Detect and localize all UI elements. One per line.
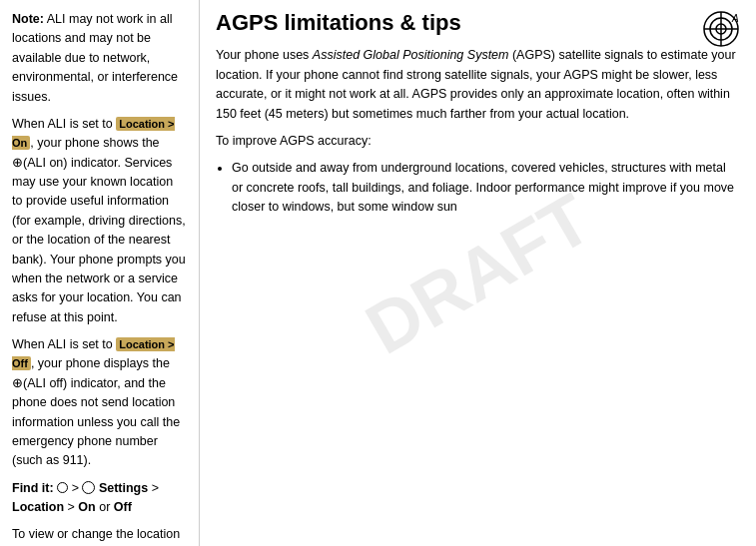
find-it-on: On (78, 500, 95, 514)
view-change-paragraph: To view or change the location transmiss… (12, 525, 187, 546)
agps-icon: A (702, 10, 740, 48)
find-it-settings-label: Settings (99, 481, 148, 495)
bullet-item-1: Go outside and away from underground loc… (232, 159, 740, 217)
ali-on-paragraph: When ALI is set to Location > On, your p… (12, 115, 187, 327)
find-it-arrow1: > (72, 481, 83, 495)
ali-on-icon: ⊕ (12, 156, 23, 170)
agps-intro-para: Your phone uses Assisted Global Position… (216, 46, 740, 124)
note-label: Note: (12, 12, 44, 26)
ali-off-paragraph: When ALI is set to Location > Off, your … (12, 335, 187, 471)
para3-text: To view or change the location transmiss… (12, 527, 180, 546)
find-it-settings-icon (82, 481, 95, 494)
ali-off-icon: ⊕ (12, 376, 23, 390)
ali-on-start: When ALI is set to (12, 117, 116, 131)
ali-off-start: When ALI is set to (12, 337, 116, 351)
right-title: AGPS limitations & tips (216, 10, 740, 36)
note-paragraph: Note: ALI may not work in all locations … (12, 10, 187, 107)
bullet-list: Go outside and away from underground loc… (232, 159, 740, 217)
find-it-location: Location (12, 500, 64, 514)
left-column: Note: ALI may not work in all locations … (0, 0, 200, 546)
find-it-arrow2: > (152, 481, 159, 495)
svg-text:A: A (731, 13, 739, 24)
agps-intro-start: Your phone uses (216, 48, 313, 62)
ali-off-rest: , your phone displays the (31, 356, 170, 370)
improve-label: To improve AGPS accuracy: (216, 132, 740, 151)
ali-off-end: (ALI off) indicator, and the phone does … (12, 376, 180, 468)
find-it-line: Find it: > Settings > Location > On or O… (12, 479, 187, 518)
find-it-arrow3: > (68, 500, 79, 514)
find-it-dot (57, 481, 68, 495)
right-text-content: Your phone uses Assisted Global Position… (216, 46, 740, 217)
left-content: Note: ALI may not work in all locations … (12, 10, 187, 546)
agps-italic: Assisted Global Positioning System (313, 48, 509, 62)
find-it-label: Find it: (12, 481, 54, 495)
right-column: A AGPS limitations & tips Your phone use… (200, 0, 756, 546)
find-it-off: Off (114, 500, 132, 514)
ali-on-rest: , your phone shows the (30, 136, 159, 150)
find-it-or: or (99, 500, 114, 514)
ali-on-end: (ALI on) indicator. Services may use you… (12, 156, 186, 324)
